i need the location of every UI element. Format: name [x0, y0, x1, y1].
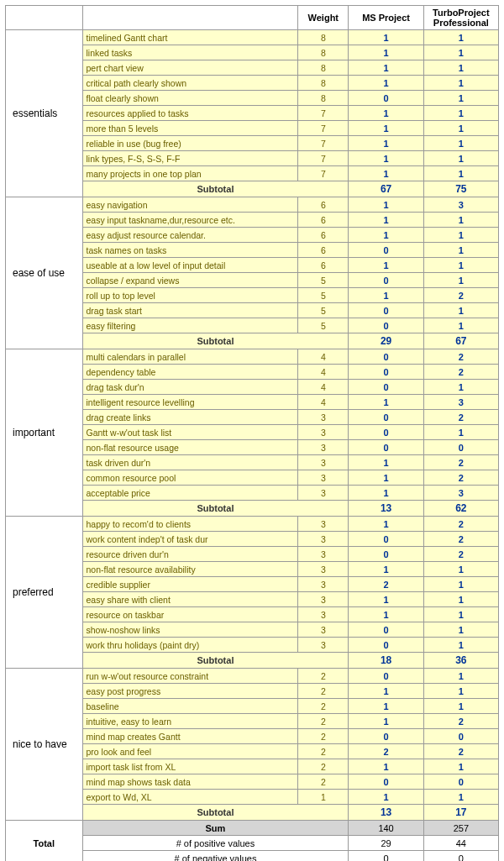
- data-row: essentialstimelined Gantt chart811: [6, 30, 499, 45]
- weight-cell: 3: [298, 622, 349, 638]
- msproject-cell: 0: [349, 532, 423, 547]
- total-category: Total: [6, 821, 83, 862]
- weight-cell: 1: [298, 790, 349, 805]
- msproject-cell: 1: [349, 288, 423, 303]
- sum-ms: 140: [349, 821, 423, 836]
- item-cell: credible supplier: [82, 577, 298, 592]
- item-cell: easy filtering: [82, 318, 298, 333]
- sum-label: Sum: [82, 821, 349, 836]
- weight-cell: 3: [298, 592, 349, 607]
- turboproject-cell: 1: [423, 669, 498, 684]
- neg-ms: 0: [349, 851, 423, 862]
- item-cell: pro look and feel: [82, 744, 298, 759]
- turboproject-cell: 2: [423, 349, 498, 365]
- msproject-cell: 1: [349, 759, 423, 774]
- weight-cell: 3: [298, 577, 349, 592]
- msproject-cell: 1: [349, 197, 423, 213]
- turboproject-cell: 1: [423, 303, 498, 318]
- msproject-cell: 0: [349, 273, 423, 288]
- item-cell: easy post progress: [82, 684, 298, 699]
- turboproject-cell: 0: [423, 774, 498, 790]
- item-cell: happy to recom'd to clients: [82, 517, 298, 532]
- msproject-cell: 1: [349, 228, 423, 243]
- item-cell: baseline: [82, 699, 298, 714]
- data-row: ease of useeasy navigation613: [6, 197, 499, 213]
- subtotal-turbo: 67: [423, 333, 498, 349]
- subtotal-label: Subtotal: [82, 653, 349, 669]
- item-cell: run w-w'out resource constraint: [82, 669, 298, 684]
- msproject-cell: 1: [349, 166, 423, 181]
- header-weight: Weight: [298, 6, 349, 30]
- msproject-cell: 1: [349, 213, 423, 228]
- turboproject-cell: 1: [423, 151, 498, 166]
- item-cell: import task list from XL: [82, 759, 298, 774]
- weight-cell: 2: [298, 699, 349, 714]
- header-empty-1: [6, 6, 83, 30]
- item-cell: pert chart view: [82, 60, 298, 76]
- msproject-cell: 0: [349, 729, 423, 744]
- weight-cell: 7: [298, 121, 349, 136]
- turboproject-cell: 2: [423, 547, 498, 562]
- msproject-cell: 1: [349, 592, 423, 607]
- msproject-cell: 1: [349, 395, 423, 410]
- turboproject-cell: 1: [423, 790, 498, 805]
- weight-cell: 3: [298, 410, 349, 425]
- turboproject-cell: 1: [423, 166, 498, 181]
- weight-cell: 3: [298, 638, 349, 653]
- msproject-cell: 1: [349, 790, 423, 805]
- weight-cell: 8: [298, 76, 349, 91]
- weight-cell: 3: [298, 455, 349, 470]
- weight-cell: 5: [298, 318, 349, 333]
- data-row: preferredhappy to recom'd to clients312: [6, 517, 499, 532]
- turboproject-cell: 1: [423, 684, 498, 699]
- item-cell: common resource pool: [82, 470, 298, 486]
- item-cell: intuitive, easy to learn: [82, 714, 298, 729]
- msproject-cell: 1: [349, 76, 423, 91]
- weight-cell: 8: [298, 60, 349, 76]
- turboproject-cell: 3: [423, 395, 498, 410]
- weight-cell: 3: [298, 532, 349, 547]
- comparison-table: Weight MS Project TurboProject Professio…: [5, 5, 499, 861]
- item-cell: easy share with client: [82, 592, 298, 607]
- msproject-cell: 1: [349, 470, 423, 486]
- msproject-cell: 0: [349, 669, 423, 684]
- item-cell: resources applied to tasks: [82, 106, 298, 121]
- item-cell: easy adjust resource calendar.: [82, 228, 298, 243]
- weight-cell: 5: [298, 273, 349, 288]
- turboproject-cell: 3: [423, 486, 498, 501]
- msproject-cell: 1: [349, 121, 423, 136]
- turboproject-cell: 2: [423, 410, 498, 425]
- msproject-cell: 0: [349, 380, 423, 395]
- data-row: importantmulti calendars in parallel402: [6, 349, 499, 365]
- weight-cell: 6: [298, 213, 349, 228]
- subtotal-turbo: 17: [423, 805, 498, 821]
- item-cell: resource on taskbar: [82, 607, 298, 622]
- subtotal-label: Subtotal: [82, 333, 349, 349]
- item-cell: task driven dur'n: [82, 455, 298, 470]
- weight-cell: 2: [298, 714, 349, 729]
- weight-cell: 6: [298, 228, 349, 243]
- category-cell: preferred: [6, 517, 83, 669]
- item-cell: show-noshow links: [82, 622, 298, 638]
- turboproject-cell: 1: [423, 228, 498, 243]
- subtotal-label: Subtotal: [82, 805, 349, 821]
- turboproject-cell: 2: [423, 365, 498, 380]
- msproject-cell: 1: [349, 684, 423, 699]
- turboproject-cell: 1: [423, 425, 498, 440]
- weight-cell: 4: [298, 365, 349, 380]
- weight-cell: 7: [298, 106, 349, 121]
- item-cell: multi calendars in parallel: [82, 349, 298, 365]
- weight-cell: 3: [298, 607, 349, 622]
- subtotal-turbo: 75: [423, 181, 498, 197]
- item-cell: easy input taskname,dur,resource etc.: [82, 213, 298, 228]
- msproject-cell: 0: [349, 91, 423, 106]
- weight-cell: 4: [298, 380, 349, 395]
- msproject-cell: 0: [349, 622, 423, 638]
- weight-cell: 7: [298, 166, 349, 181]
- category-cell: ease of use: [6, 197, 83, 349]
- msproject-cell: 1: [349, 60, 423, 76]
- item-cell: non-flat resource availability: [82, 562, 298, 577]
- weight-cell: 3: [298, 425, 349, 440]
- item-cell: drag create links: [82, 410, 298, 425]
- msproject-cell: 1: [349, 45, 423, 60]
